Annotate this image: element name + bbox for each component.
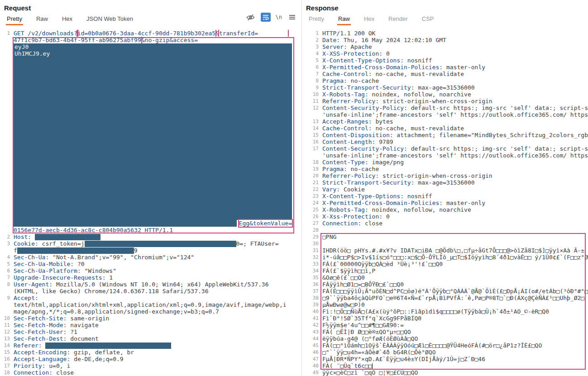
- line-number: 6: [0, 267, 14, 274]
- request-tabs: Pretty Raw Hex JSON Web Token: [0, 12, 301, 25]
- line-number: 48: [302, 362, 322, 369]
- redacted-value: [45, 343, 171, 349]
- code-text: Mozilla/5.0 (Windows NT 10.0; Win64; x64…: [53, 281, 268, 288]
- code-text: Cookie:: [14, 240, 38, 247]
- code-text: Content-Security-Policy:: [322, 105, 407, 111]
- code-line: 8Pragma: no-cache: [302, 77, 588, 84]
- code-line: 46□"``ÿÿ□u4h=«âÖè#`4ð bG4R(□Ôè°ØQO: [302, 349, 588, 356]
- code-text: strict-origin-when-cross-origin: [379, 172, 492, 179]
- code-text: FÀ(£`$ÿÿìh□□ì,P: [322, 267, 375, 274]
- line-number: 13: [0, 335, 14, 342]
- line-number: 16: [302, 138, 322, 145]
- code-text: csrf_token=j: [38, 240, 85, 247]
- code-text: image/png: [368, 159, 404, 166]
- token-text-line1: eyJ0: [14, 43, 292, 50]
- code-line: 15Accept-Encoding: gzip, deflate, br: [0, 349, 301, 356]
- line-number: [302, 111, 322, 118]
- response-title: Response: [302, 0, 588, 12]
- wrap-toggle-icon[interactable]: [261, 13, 271, 22]
- line-number: [302, 152, 322, 159]
- code-text: X-Content-Type-Options:: [322, 193, 404, 200]
- code-line: 20Referrer-Policy: strict-origin-when-cr…: [302, 172, 588, 179]
- code-line: 40Fì:!□Ö□□ÑùÅ□(A£x(ùý°ôP□::Fìâpìdì$q□□□□…: [302, 308, 588, 315]
- tab-response-csp[interactable]: CSP: [421, 14, 435, 25]
- code-text: Cache-Control:: [322, 125, 372, 132]
- redacted-value: [35, 234, 100, 240]
- line-number: 12: [0, 328, 14, 335]
- tab-response-render[interactable]: Render: [387, 14, 409, 25]
- tab-response-hex[interactable]: Hex: [363, 14, 375, 25]
- code-line: 29□PNG: [302, 233, 588, 240]
- code-line: 10Sec-Fetch-Site: same-origin: [0, 315, 301, 322]
- request-editor[interactable]: 1GET /v2/downloads?id=0b0a0676-3daa-4ccf…: [0, 30, 301, 376]
- menu-icon[interactable]: [287, 13, 297, 22]
- line-number: 45: [302, 342, 322, 349]
- redacted-value: [85, 241, 236, 247]
- code-line: 18Connection: close: [0, 369, 301, 376]
- tab-request-jwt[interactable]: JSON Web Token: [86, 14, 134, 25]
- response-editor[interactable]: 1HTTP/1.1 200 OK2Date: Thu, 16 May 2024 …: [302, 30, 588, 376]
- code-text: Accept-Language:: [14, 356, 70, 362]
- code-text: Pragma:: [322, 166, 347, 172]
- code-line: 'unsafe-inline';frame-ancestors 'self' h…: [302, 111, 588, 118]
- line-number: 7: [302, 71, 322, 77]
- code-text: f: [14, 247, 17, 254]
- code-line: (KHTML, like Gecko) Chrome/124.0.6367.11…: [0, 288, 301, 295]
- code-text: Vary:: [322, 186, 340, 193]
- code-text: "Not-A.Brand";v="99", "Chromium";v="124": [49, 254, 194, 261]
- code-text: FÀ(É□□□ÿÿìÛ¡Ã°uõÈN□d^PC□öø)é°À'Õÿÿb□°QÀÀ…: [322, 288, 588, 295]
- code-line: 19Pragma: no-cache: [302, 166, 588, 172]
- code-text: X-XSS-Protection:: [322, 50, 382, 57]
- tab-response-raw[interactable]: Raw: [337, 14, 351, 25]
- line-number: 8: [0, 281, 14, 288]
- code-text: 9: [134, 247, 138, 254]
- code-text: 1: [106, 274, 113, 281]
- code-text: no-cache, must-revalidate: [372, 71, 464, 77]
- tab-response-pretty[interactable]: Pretty: [308, 14, 325, 25]
- line-number: 32: [302, 254, 322, 261]
- code-text: X-Robots-Tag:: [322, 206, 368, 213]
- code-text: [42, 342, 46, 349]
- line-number: 5: [0, 261, 14, 267]
- line-number: 27: [302, 220, 322, 227]
- code-text: max-age=31536000: [415, 84, 475, 91]
- line-number: 29: [302, 233, 322, 240]
- tab-request-pretty[interactable]: Pretty: [6, 14, 23, 25]
- code-line: 28: [302, 227, 588, 233]
- tab-request-hex[interactable]: Hex: [61, 14, 73, 25]
- code-text: Content-Security-Policy:: [322, 145, 407, 152]
- code-text: master-only: [443, 200, 485, 206]
- code-text: IHDR(öö□ pHYs.#.#x¥?v IDATx□iÐA □@Ödb\□,…: [322, 247, 584, 254]
- line-number: 17: [302, 145, 322, 152]
- code-line: 17Content-Security-Policy: default-src h…: [302, 145, 588, 152]
- code-text: &: [215, 30, 219, 37]
- code-line: 24X-Permitted-Cross-Domain-Policies: mas…: [302, 200, 588, 206]
- line-number: 20: [302, 172, 322, 179]
- code-text: Referrer-Policy:: [322, 172, 379, 179]
- code-line: 9Strict-Transport-Security: max-age=3153…: [302, 84, 588, 91]
- code-text: &no-gzip&access=: [141, 37, 198, 43]
- code-line: text/html,application/xhtml+xml,applicat…: [0, 301, 301, 308]
- line-number: 12: [302, 105, 322, 111]
- hide-icon[interactable]: [246, 13, 256, 22]
- code-line: 13Sec-Fetch-Dest: document: [0, 335, 301, 342]
- line-number: 19: [302, 166, 322, 172]
- code-text: text/html,application/xhtml+xml,applicat…: [14, 301, 287, 308]
- code-text: X-Robots-Tag:: [322, 91, 368, 98]
- tab-request-raw[interactable]: Raw: [35, 14, 49, 25]
- code-line: 2Date: Thu, 16 May 2024 12:02:10 GMT: [302, 37, 588, 43]
- code-line: 34FÀ(£`$ÿÿìh□□ì,P: [302, 267, 588, 274]
- line-number: 2: [0, 233, 14, 240]
- newline-icon[interactable]: \n: [276, 14, 282, 20]
- code-text: □"``ÿÿ□u4h=«âÖè#`4ð bG4R(□Ôè°ØQO: [322, 349, 435, 356]
- code-text: nosniff: [404, 57, 432, 64]
- line-number: 23: [302, 193, 322, 200]
- code-text: Sec-Fetch-Dest:: [14, 335, 67, 342]
- code-text: 47f1c9b7-bd63-4b4f-95ff-ab96275abf99: [14, 37, 141, 43]
- code-line: 7Cache-Control: no-cache, must-revalidat…: [302, 71, 588, 77]
- token-value-param: Egg&tokenValue=: [239, 220, 292, 227]
- code-text: &Oø□ê(£`□□Q0: [322, 274, 365, 281]
- code-line: 0156e77d-aecb-4d36-ac8c-c804b90a5632 HTT…: [0, 227, 301, 233]
- code-text: Content-Disposition:: [322, 132, 393, 138]
- request-toolbar: \n: [246, 13, 297, 22]
